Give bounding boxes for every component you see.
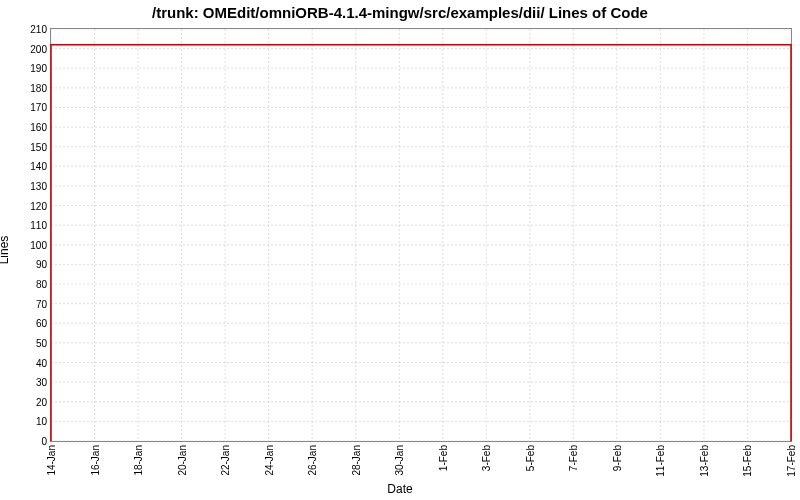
x-tick-label: 9-Feb (611, 445, 622, 471)
y-tick-label: 180 (30, 82, 47, 93)
y-tick-label: 50 (36, 337, 47, 348)
x-tick-label: 26-Jan (307, 445, 318, 476)
data-series-lines-of-code (51, 45, 791, 441)
plot-svg (51, 29, 791, 441)
x-tick-label: 24-Jan (263, 445, 274, 476)
y-tick-label: 130 (30, 180, 47, 191)
x-tick-label: 11-Feb (655, 445, 666, 477)
x-tick-label: 28-Jan (350, 445, 361, 476)
y-tick-label: 120 (30, 200, 47, 211)
y-tick-label: 150 (30, 141, 47, 152)
y-tick-label: 140 (30, 161, 47, 172)
x-tick-label: 14-Jan (46, 445, 57, 476)
y-tick-label: 60 (36, 318, 47, 329)
x-tick-label: 17-Feb (786, 445, 797, 477)
plot-area: 0102030405060708090100110120130140150160… (50, 28, 792, 442)
x-tick-label: 13-Feb (698, 445, 709, 477)
y-tick-label: 190 (30, 63, 47, 74)
y-tick-label: 210 (30, 24, 47, 35)
x-tick-label: 30-Jan (394, 445, 405, 476)
x-tick-label: 5-Feb (524, 445, 535, 471)
x-tick-label: 7-Feb (568, 445, 579, 471)
x-tick-label: 15-Feb (742, 445, 753, 477)
x-tick-label: 16-Jan (89, 445, 100, 476)
x-tick-label: 1-Feb (437, 445, 448, 471)
y-tick-label: 30 (36, 377, 47, 388)
y-tick-label: 200 (30, 43, 47, 54)
y-tick-label: 10 (36, 416, 47, 427)
y-tick-label: 70 (36, 298, 47, 309)
y-tick-label: 160 (30, 122, 47, 133)
x-tick-label: 22-Jan (220, 445, 231, 476)
x-tick-label: 20-Jan (176, 445, 187, 476)
y-tick-label: 170 (30, 102, 47, 113)
y-axis-label: Lines (0, 236, 11, 265)
y-tick-label: 40 (36, 357, 47, 368)
y-tick-label: 80 (36, 279, 47, 290)
y-tick-label: 90 (36, 259, 47, 270)
chart-title: /trunk: OMEdit/omniORB-4.1.4-mingw/src/e… (0, 4, 800, 21)
x-tick-label: 18-Jan (133, 445, 144, 476)
chart-container: /trunk: OMEdit/omniORB-4.1.4-mingw/src/e… (0, 0, 800, 500)
y-tick-label: 20 (36, 396, 47, 407)
x-axis-label: Date (0, 482, 800, 496)
y-tick-label: 110 (30, 220, 47, 231)
x-tick-label: 3-Feb (481, 445, 492, 471)
y-tick-label: 100 (30, 239, 47, 250)
